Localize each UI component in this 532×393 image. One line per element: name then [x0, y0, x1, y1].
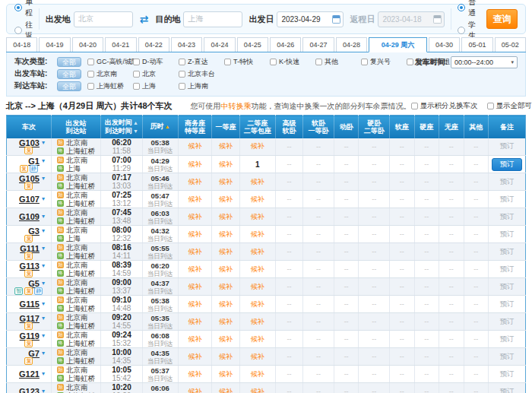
- seat-cell[interactable]: 候补: [212, 261, 240, 278]
- seat-cell[interactable]: 候补: [178, 243, 212, 261]
- checkbox-icon[interactable]: [133, 59, 140, 65]
- expand-arrow-icon[interactable]: ▾: [42, 350, 45, 357]
- date-tab-04-21[interactable]: 04-21: [105, 37, 136, 52]
- column-header[interactable]: 出发时间▲到达时间▼: [100, 116, 142, 138]
- date-tab-04-20[interactable]: 04-20: [72, 37, 103, 52]
- date-tab-05-02[interactable]: 05-02: [495, 37, 526, 52]
- date-tab-04-26[interactable]: 04-26: [270, 37, 301, 52]
- train-number-link[interactable]: G123: [19, 387, 40, 393]
- trip-oneway-radio[interactable]: 单程: [14, 0, 33, 18]
- train-number-link[interactable]: G1: [28, 157, 40, 166]
- expand-arrow-icon[interactable]: ▾: [42, 388, 45, 393]
- filter-option[interactable]: K-快速: [270, 57, 315, 67]
- seat-cell[interactable]: 候补: [239, 173, 275, 191]
- seat-cell[interactable]: 候补: [212, 313, 240, 331]
- seat-cell[interactable]: 候补: [239, 366, 275, 383]
- query-button[interactable]: 查询: [486, 9, 518, 29]
- filter-option[interactable]: Z-直达: [179, 57, 224, 67]
- seat-cell[interactable]: 候补: [178, 313, 212, 331]
- filter-option[interactable]: D-动车: [133, 57, 179, 67]
- expand-arrow-icon[interactable]: ▾: [42, 158, 45, 164]
- seat-cell[interactable]: 候补: [212, 331, 240, 348]
- date-tab-05-01[interactable]: 05-01: [461, 37, 492, 52]
- train-number-link[interactable]: G5: [28, 279, 40, 288]
- checkbox-icon[interactable]: [179, 83, 185, 90]
- date-tab-04-22[interactable]: 04-22: [138, 37, 169, 52]
- book-button[interactable]: 预订: [492, 158, 522, 171]
- filter-option[interactable]: 上海南: [179, 81, 224, 91]
- seat-cell[interactable]: 候补: [212, 348, 240, 366]
- expand-arrow-icon[interactable]: ▾: [42, 214, 45, 220]
- filter-all-badge[interactable]: 全部: [57, 81, 81, 91]
- filter-option[interactable]: 北京丰台: [179, 69, 224, 79]
- expand-arrow-icon[interactable]: ▾: [42, 140, 45, 146]
- seat-cell[interactable]: 候补: [178, 138, 212, 156]
- date-tab-04-18[interactable]: 04-18: [6, 37, 37, 52]
- train-number-link[interactable]: G109: [19, 212, 40, 221]
- seat-cell[interactable]: 候补: [178, 261, 212, 278]
- train-number-link[interactable]: G113: [20, 261, 40, 271]
- seat-cell[interactable]: 候补: [212, 366, 240, 383]
- expand-arrow-icon[interactable]: ▾: [42, 280, 45, 287]
- seat-cell[interactable]: 候补: [212, 173, 240, 191]
- seat-cell[interactable]: 候补: [239, 383, 275, 393]
- date-tab-04-29[interactable]: 04-29 周六: [369, 37, 427, 52]
- seat-cell[interactable]: 候补: [239, 296, 275, 313]
- sort-arrow-icon[interactable]: ▲: [165, 124, 170, 129]
- seat-cell[interactable]: 候补: [178, 296, 212, 313]
- seat-cell[interactable]: 候补: [239, 261, 275, 278]
- seat-cell[interactable]: 候补: [212, 296, 240, 313]
- seat-cell[interactable]: 候补: [239, 208, 275, 226]
- calendar-icon[interactable]: [332, 15, 340, 24]
- filter-option[interactable]: T-特快: [224, 57, 270, 67]
- sort-arrow-icon[interactable]: ▲: [133, 120, 138, 125]
- radio-icon[interactable]: [14, 27, 22, 34]
- seat-cell[interactable]: 候补: [212, 138, 240, 156]
- column-header[interactable]: 历时▲: [142, 116, 178, 138]
- radio-icon[interactable]: [458, 27, 465, 34]
- seat-cell[interactable]: 1: [239, 156, 275, 173]
- expand-arrow-icon[interactable]: ▾: [42, 246, 45, 252]
- date-tab-04-30[interactable]: 04-30: [429, 37, 460, 52]
- toggle-all-bookable[interactable]: 显示全部可预订车次: [487, 101, 532, 111]
- seat-cell[interactable]: 候补: [239, 138, 275, 156]
- date-tab-04-25[interactable]: 04-25: [237, 37, 268, 52]
- seat-cell[interactable]: 候补: [212, 383, 240, 393]
- expand-arrow-icon[interactable]: ▾: [42, 228, 45, 234]
- checkbox-icon[interactable]: [315, 59, 322, 65]
- seat-cell[interactable]: 候补: [212, 156, 240, 173]
- expand-arrow-icon[interactable]: ▾: [42, 196, 45, 202]
- expand-arrow-icon[interactable]: ▾: [42, 371, 45, 377]
- seat-cell[interactable]: 候补: [239, 348, 275, 366]
- passenger-normal-radio[interactable]: 普通: [458, 0, 476, 18]
- date-tab-04-27[interactable]: 04-27: [302, 37, 334, 52]
- expand-arrow-icon[interactable]: ▾: [42, 301, 45, 307]
- seat-cell[interactable]: 候补: [212, 191, 240, 208]
- seat-cell[interactable]: 候补: [178, 156, 212, 173]
- seat-cell[interactable]: 候补: [212, 226, 240, 243]
- seat-cell[interactable]: 候补: [212, 278, 240, 296]
- from-input[interactable]: [74, 11, 133, 27]
- filter-option[interactable]: GC-高铁/城际: [87, 57, 133, 67]
- checkbox-icon[interactable]: [361, 59, 368, 65]
- train-number-link[interactable]: G121: [19, 369, 40, 379]
- seat-cell[interactable]: 候补: [178, 173, 212, 191]
- filter-all-badge[interactable]: 全部: [57, 57, 81, 67]
- seat-cell[interactable]: 候补: [239, 243, 275, 261]
- train-number-link[interactable]: G119: [20, 331, 40, 341]
- sort-arrow-icon[interactable]: ▼: [133, 128, 138, 134]
- transfer-link[interactable]: 中转换乘: [221, 102, 252, 110]
- seat-cell[interactable]: 候补: [212, 243, 240, 261]
- seat-cell[interactable]: 候补: [239, 313, 275, 331]
- seat-cell[interactable]: 候补: [239, 191, 275, 208]
- train-number-link[interactable]: G105: [19, 174, 40, 183]
- checkbox-icon[interactable]: [407, 59, 413, 65]
- checkbox-icon[interactable]: [133, 83, 140, 90]
- checkbox-icon[interactable]: [87, 83, 94, 90]
- train-number-link[interactable]: G115: [20, 300, 40, 309]
- toggle-points-exchange[interactable]: 显示积分兑换车次: [411, 101, 478, 111]
- seat-cell[interactable]: 候补: [239, 226, 275, 243]
- checkbox-icon[interactable]: [133, 71, 140, 78]
- seat-cell[interactable]: 候补: [178, 331, 212, 348]
- train-number-link[interactable]: G3: [28, 227, 40, 236]
